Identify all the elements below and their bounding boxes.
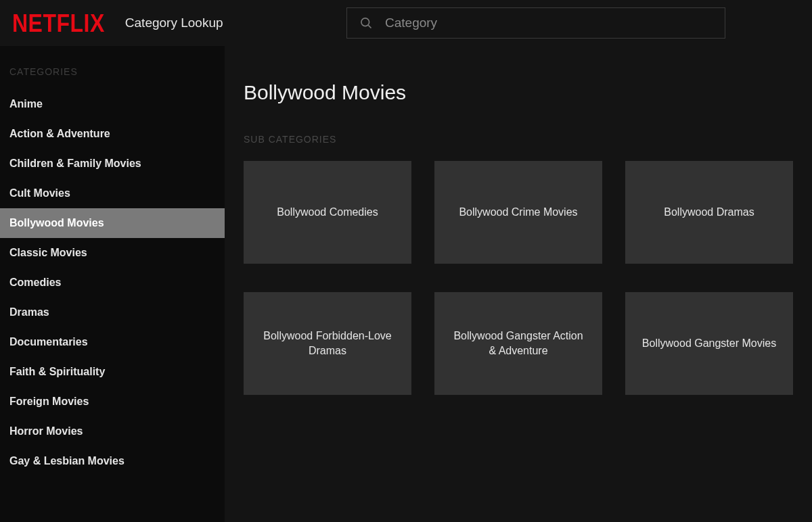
main-panel: Bollywood Movies SUB CATEGORIES Bollywoo… <box>225 46 812 522</box>
sidebar: CATEGORIES AnimeAction & AdventureChildr… <box>0 46 225 522</box>
sidebar-item[interactable]: Documentaries <box>0 327 225 357</box>
subcategory-grid: Bollywood ComediesBollywood Crime Movies… <box>244 161 793 395</box>
header: NETFLIX Category Lookup <box>0 0 812 46</box>
subcategory-card[interactable]: Bollywood Comedies <box>244 161 411 264</box>
svg-line-1 <box>368 25 371 28</box>
app-title: Category Lookup <box>125 16 223 30</box>
subcategory-card[interactable]: Bollywood Gangster Movies <box>625 292 793 395</box>
subcategories-heading: SUB CATEGORIES <box>244 134 793 145</box>
search-input[interactable] <box>385 16 713 30</box>
body: CATEGORIES AnimeAction & AdventureChildr… <box>0 46 812 522</box>
sidebar-item[interactable]: Action & Adventure <box>0 119 225 149</box>
sidebar-item[interactable]: Dramas <box>0 298 225 327</box>
search-icon <box>359 16 373 30</box>
sidebar-item[interactable]: Bollywood Movies <box>0 208 225 238</box>
sidebar-item[interactable]: Children & Family Movies <box>0 149 225 179</box>
search-container <box>346 7 725 39</box>
subcategory-card[interactable]: Bollywood Dramas <box>625 161 793 264</box>
sidebar-item[interactable]: Anime <box>0 89 225 119</box>
subcategory-card[interactable]: Bollywood Crime Movies <box>434 161 602 264</box>
sidebar-item[interactable]: Gay & Lesbian Movies <box>0 446 225 476</box>
sidebar-item[interactable]: Foreign Movies <box>0 387 225 417</box>
sidebar-item[interactable]: Cult Movies <box>0 179 225 208</box>
sidebar-item[interactable]: Faith & Spirituality <box>0 357 225 387</box>
subcategory-card[interactable]: Bollywood Forbidden-Love Dramas <box>244 292 411 395</box>
svg-point-0 <box>361 18 369 26</box>
sidebar-item[interactable]: Comedies <box>0 268 225 298</box>
sidebar-heading: CATEGORIES <box>0 60 225 89</box>
sidebar-item[interactable]: Horror Movies <box>0 417 225 446</box>
sidebar-list: AnimeAction & AdventureChildren & Family… <box>0 89 225 476</box>
search-box[interactable] <box>346 7 725 39</box>
netflix-logo: NETFLIX <box>12 9 105 38</box>
sidebar-item[interactable]: Classic Movies <box>0 238 225 268</box>
subcategory-card[interactable]: Bollywood Gangster Action & Adventure <box>434 292 602 395</box>
page-title: Bollywood Movies <box>244 81 793 104</box>
